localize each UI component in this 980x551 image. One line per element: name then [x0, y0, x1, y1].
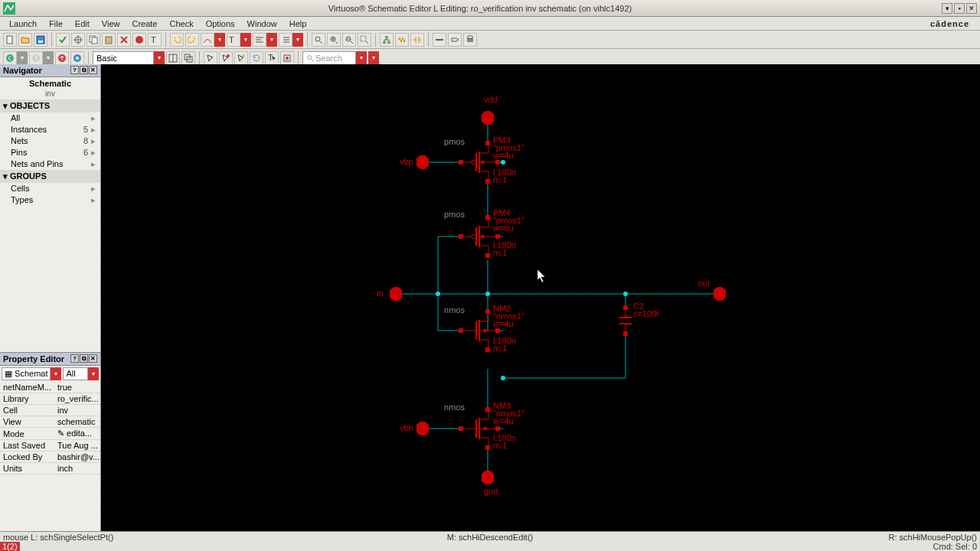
- svg-text:T: T: [229, 35, 234, 44]
- text-button[interactable]: T: [148, 33, 162, 47]
- menu-edit[interactable]: Edit: [69, 18, 96, 30]
- open-button[interactable]: [18, 33, 32, 47]
- prop-combo-filter[interactable]: All▾: [63, 367, 99, 380]
- menu-create[interactable]: Create: [126, 18, 163, 30]
- menu-options[interactable]: Options: [200, 18, 241, 30]
- svg-text:out: out: [698, 279, 710, 288]
- search-box[interactable]: Search▾: [302, 51, 367, 65]
- window-cascade-button[interactable]: [181, 51, 195, 65]
- stroke-select[interactable]: ▾: [201, 33, 225, 47]
- menu-check[interactable]: Check: [163, 18, 199, 30]
- table-row[interactable]: Last SavedTue Aug ...: [0, 440, 100, 452]
- zoom-in-button[interactable]: [327, 33, 341, 47]
- table-row[interactable]: Locked Bybashir@v...: [0, 452, 100, 463]
- svg-line-24: [335, 41, 338, 44]
- nav-item-nets[interactable]: Nets8▸: [0, 135, 100, 147]
- label-select-button[interactable]: T: [265, 51, 279, 65]
- font-select[interactable]: T▾: [227, 33, 251, 47]
- nav-item-nets-and-pins[interactable]: Nets and Pins▸: [0, 158, 100, 170]
- panel-help-icon[interactable]: ?: [70, 354, 79, 363]
- table-row[interactable]: netNameM...true: [0, 382, 100, 393]
- redo-button[interactable]: [185, 33, 199, 47]
- maximize-button[interactable]: ▪: [954, 3, 965, 14]
- nav-item-types[interactable]: Types▸: [0, 194, 100, 206]
- panel-close-icon[interactable]: ✕: [89, 354, 97, 363]
- menu-file[interactable]: File: [43, 18, 69, 30]
- workspace-combo[interactable]: Basic▾: [93, 51, 165, 65]
- close-button[interactable]: ✕: [966, 3, 977, 14]
- property-editor-title: Property Editor ? ⧉ ✕: [0, 353, 100, 366]
- save-button[interactable]: [34, 33, 47, 47]
- menu-launch[interactable]: Launch: [3, 18, 43, 30]
- svg-text:m:1: m:1: [493, 175, 507, 184]
- nav-group-groups[interactable]: ▾ GROUPS: [0, 170, 100, 183]
- title-bar: Virtuoso® Schematic Editor L Editing: ro…: [0, 0, 980, 17]
- select-button[interactable]: [204, 51, 217, 65]
- nav-fwd[interactable]: ▾: [29, 51, 54, 65]
- svg-text:w=8u: w=8u: [492, 223, 514, 233]
- paste-button[interactable]: [102, 33, 116, 47]
- svg-point-54: [227, 54, 230, 57]
- stop-button[interactable]: [132, 33, 146, 47]
- zoom-fit-button[interactable]: [312, 33, 325, 47]
- check-button[interactable]: [56, 33, 70, 47]
- search-opts[interactable]: ▾: [368, 51, 379, 65]
- svg-text:nmos: nmos: [444, 305, 465, 315]
- cmd-right: Cmd: Sel: 0: [933, 542, 980, 551]
- hierarchy-button[interactable]: [380, 33, 394, 47]
- menu-help[interactable]: Help: [283, 18, 313, 30]
- nav-item-pins[interactable]: Pins6▸: [0, 147, 100, 158]
- svg-point-58: [286, 57, 289, 60]
- wire-button[interactable]: [433, 33, 446, 47]
- minimize-button[interactable]: ▾: [942, 3, 952, 14]
- svg-line-60: [312, 59, 314, 61]
- menu-view[interactable]: View: [96, 18, 126, 30]
- probe-button[interactable]: [219, 51, 233, 65]
- align-select[interactable]: ▾: [253, 33, 277, 47]
- table-row[interactable]: Mode✎ edita...: [0, 428, 100, 440]
- new-button[interactable]: [3, 33, 17, 47]
- command-line[interactable]: 1(2) Cmd: Sel: 0: [0, 542, 980, 551]
- panel-help-icon[interactable]: ?: [70, 66, 79, 74]
- brand-logo: cādence: [924, 18, 975, 30]
- cmd-prompt: 1(2): [0, 542, 20, 551]
- resistor-button[interactable]: [395, 33, 409, 47]
- svg-rect-44: [468, 36, 472, 38]
- pin-button[interactable]: [448, 33, 462, 47]
- navigator-title-label: Navigator: [3, 66, 42, 75]
- undo-button[interactable]: [170, 33, 184, 47]
- copy-button[interactable]: [87, 33, 100, 47]
- svg-line-27: [351, 41, 353, 44]
- prop-combo-scope[interactable]: ▦ Schemat▾: [2, 367, 61, 380]
- svg-text:vbn: vbn: [400, 423, 413, 432]
- nav-up[interactable]: [55, 51, 69, 65]
- print-button[interactable]: [463, 33, 477, 47]
- svg-rect-43: [467, 38, 473, 42]
- panel-undock-icon[interactable]: ⧉: [80, 354, 88, 363]
- status-bar: mouse L: schSingleSelectPt() M: schHiDes…: [0, 531, 980, 542]
- window-tile-button[interactable]: [166, 51, 180, 65]
- filter-button[interactable]: [280, 51, 294, 65]
- cross-probe-button[interactable]: [71, 33, 85, 47]
- zoom-area-button[interactable]: [358, 33, 371, 47]
- panel-close-icon[interactable]: ✕: [89, 66, 97, 74]
- nav-item-cells[interactable]: Cells▸: [0, 183, 100, 194]
- table-row[interactable]: Cellinv: [0, 405, 100, 416]
- delete-button[interactable]: [117, 33, 131, 47]
- zoom-out-button[interactable]: [342, 33, 356, 47]
- table-row[interactable]: Libraryro_verific...: [0, 393, 100, 405]
- nav-item-all[interactable]: All▸: [0, 112, 100, 124]
- menu-window[interactable]: Window: [241, 18, 283, 30]
- nav-item-instances[interactable]: Instances5▸: [0, 124, 100, 135]
- table-row[interactable]: Viewschematic: [0, 416, 100, 428]
- panel-undock-icon[interactable]: ⧉: [80, 66, 88, 74]
- refresh-button[interactable]: [250, 51, 263, 65]
- nav-group-objects[interactable]: ▾ OBJECTS: [0, 99, 100, 112]
- schematic-canvas[interactable]: vdd vbp in out vbn gnd pmos PM3 "pmos1" …: [101, 64, 980, 534]
- capacitor-button[interactable]: [410, 33, 424, 47]
- table-row[interactable]: Unitsinch: [0, 463, 100, 474]
- nav-home[interactable]: [70, 51, 84, 65]
- list-select[interactable]: ▾: [279, 33, 303, 47]
- select-net-button[interactable]: [234, 51, 248, 65]
- nav-back[interactable]: ▾: [3, 51, 28, 65]
